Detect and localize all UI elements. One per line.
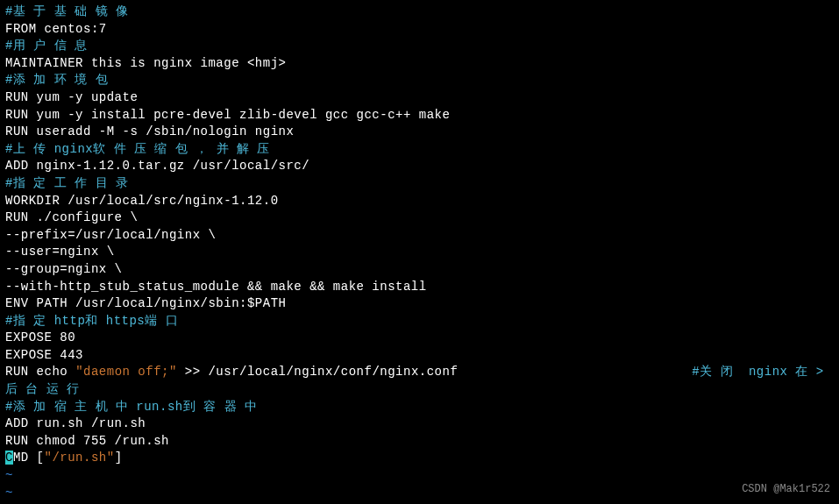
comment-inline: #关 闭 nginx 在 > (692, 365, 823, 379)
comment-line: #添 加 环 境 包 (5, 73, 108, 87)
dockerfile-cmd-close: ] (115, 451, 123, 465)
dockerfile-run-cont: --user=nginx \ (5, 245, 115, 259)
dockerfile-from: FROM centos:7 (5, 22, 107, 36)
watermark: CSDN @Mak1r522 (742, 482, 830, 497)
dockerfile-run: RUN yum -y install pcre-devel zlib-devel… (5, 108, 450, 122)
vim-tilde: ~ (5, 486, 13, 500)
comment-line: #上 传 nginx软 件 压 缩 包 ， 并 解 压 (5, 142, 270, 156)
comment-line: #基 于 基 础 镜 像 (5, 4, 128, 18)
vim-tilde: ~ (5, 468, 13, 482)
string-literal: "/run.sh" (45, 451, 115, 465)
dockerfile-run: RUN ./configure \ (5, 210, 138, 224)
string-literal: "daemon off;" (75, 365, 177, 379)
dockerfile-add: ADD run.sh /run.sh (5, 416, 146, 430)
comment-line: #添 加 宿 主 机 中 run.sh到 容 器 中 (5, 400, 257, 414)
dockerfile-run-cont: --prefix=/usr/local/nginx \ (5, 228, 216, 242)
dockerfile-expose: EXPOSE 80 (5, 330, 75, 344)
dockerfile-workdir: WORKDIR /usr/local/src/nginx-1.12.0 (5, 194, 279, 208)
dockerfile-run: RUN yum -y update (5, 90, 138, 104)
dockerfile-run: RUN echo (5, 365, 75, 379)
dockerfile-run-cont: --group=nginx \ (5, 262, 123, 276)
dockerfile-run-cont: --with-http_stub_status_module && make &… (5, 280, 427, 294)
cursor: C (5, 451, 13, 465)
terminal-editor[interactable]: #基 于 基 础 镜 像 FROM centos:7 #用 户 信 息 MAIN… (5, 4, 834, 501)
dockerfile-cmd: MD [ (13, 451, 45, 465)
comment-line: #指 定 工 作 目 录 (5, 176, 128, 190)
dockerfile-run: RUN useradd -M -s /sbin/nologin nginx (5, 124, 294, 138)
dockerfile-maintainer: MAINTAINER this is nginx image <hmj> (5, 56, 286, 70)
dockerfile-expose: EXPOSE 443 (5, 348, 83, 362)
dockerfile-run: RUN chmod 755 /run.sh (5, 434, 169, 448)
dockerfile-add: ADD nginx-1.12.0.tar.gz /usr/local/src/ (5, 159, 309, 173)
dockerfile-env: ENV PATH /usr/local/nginx/sbin:$PATH (5, 296, 286, 310)
comment-line: 后 台 运 行 (5, 382, 80, 396)
comment-line: #用 户 信 息 (5, 39, 88, 53)
dockerfile-run-cont: >> /usr/local/nginx/conf/nginx.conf (177, 365, 458, 379)
comment-line: #指 定 http和 https端 口 (5, 314, 178, 328)
